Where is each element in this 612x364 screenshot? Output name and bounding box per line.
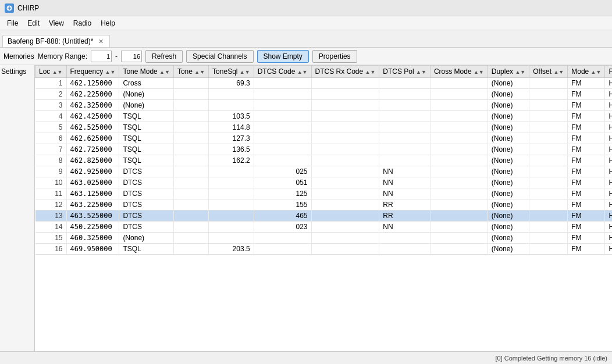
range-separator: - <box>115 52 118 60</box>
col-tonesql[interactable]: ToneSql ▲▼ <box>209 66 254 78</box>
col-power[interactable]: Power ▲▼ <box>605 66 612 78</box>
tab-close-button[interactable]: ✕ <box>97 37 105 45</box>
memory-range-label: Memory Range: <box>38 52 87 60</box>
col-tone[interactable]: Tone ▲▼ <box>173 66 208 78</box>
table-row[interactable]: 5462.525000TSQL114.8(None)FMHighS <box>35 122 613 133</box>
table-row[interactable]: 4462.425000TSQL103.5(None)FMHighS <box>35 111 613 122</box>
col-dtcs-rx-code[interactable]: DTCS Rx Code ▲▼ <box>311 66 379 78</box>
table-row[interactable]: 8462.825000TSQL162.2(None)FMHighS <box>35 155 613 166</box>
table-container[interactable]: Loc ▲▼ Frequency ▲▼ Tone Mode ▲▼ Tone ▲▼… <box>35 65 612 351</box>
col-duplex[interactable]: Duplex ▲▼ <box>488 66 529 78</box>
table-header-row: Loc ▲▼ Frequency ▲▼ Tone Mode ▲▼ Tone ▲▼… <box>35 66 613 78</box>
table-body: 1462.125000Cross69.3(None)FMHighS2462.22… <box>35 78 613 255</box>
menu-view[interactable]: View <box>44 18 69 28</box>
table-row[interactable]: 9462.925000DTCS025NN(None)FMHighS <box>35 166 613 177</box>
table-row[interactable]: 1462.125000Cross69.3(None)FMHighS <box>35 78 613 89</box>
status-bar: [0] Completed Getting memory 16 (idle) <box>0 351 612 364</box>
col-offset[interactable]: Offset ▲▼ <box>529 66 568 78</box>
table-row[interactable]: 10463.025000DTCS051NN(None)FMHighS <box>35 177 613 188</box>
table-row[interactable]: 12463.225000DTCS155RR(None)FMHighS <box>35 199 613 210</box>
refresh-button[interactable]: Refresh <box>145 50 183 63</box>
status-message: [0] Completed Getting memory 16 (idle) <box>495 355 607 362</box>
table-row[interactable]: 11463.125000DTCS125NN(None)FMHighS <box>35 188 613 199</box>
menu-bar: File Edit View Radio Help <box>0 16 612 30</box>
main-content: Settings Loc ▲▼ Frequency ▲▼ Tone Mode ▲… <box>0 65 612 351</box>
table-row[interactable]: 13463.525000DTCS465RR(None)FMHighS <box>35 210 613 222</box>
table-row[interactable]: 7462.725000TSQL136.5(None)FMHighS <box>35 144 613 155</box>
document-tab[interactable]: Baofeng BF-888: (Untitled)* ✕ <box>2 35 110 47</box>
memories-label: Memories <box>3 52 34 60</box>
settings-panel: Settings <box>0 65 35 351</box>
menu-file[interactable]: File <box>2 18 23 28</box>
table-row[interactable]: 3462.325000(None)(None)FMHighS <box>35 100 613 111</box>
memory-range-from[interactable] <box>91 51 112 62</box>
tab-bar: Baofeng BF-888: (Untitled)* ✕ <box>0 30 612 48</box>
settings-label: Settings <box>1 67 26 76</box>
col-mode[interactable]: Mode ▲▼ <box>568 66 605 78</box>
title-bar-text: CHIRP <box>17 4 39 12</box>
memory-range-to[interactable] <box>121 51 142 62</box>
col-cross-mode[interactable]: Cross Mode ▲▼ <box>430 66 488 78</box>
col-dtcs-code[interactable]: DTCS Code ▲▼ <box>254 66 311 78</box>
properties-button[interactable]: Properties <box>312 50 357 63</box>
toolbar: Memories Memory Range: - Refresh Special… <box>0 48 612 65</box>
menu-edit[interactable]: Edit <box>23 18 44 28</box>
app-icon <box>5 3 14 13</box>
tab-label: Baofeng BF-888: (Untitled)* <box>8 37 93 45</box>
table-row[interactable]: 15460.325000(None)(None)FMHigh <box>35 233 613 244</box>
col-dtcs-pol[interactable]: DTCS Pol ▲▼ <box>379 66 430 78</box>
col-tone-mode[interactable]: Tone Mode ▲▼ <box>119 66 174 78</box>
menu-radio[interactable]: Radio <box>69 18 96 28</box>
table-row[interactable]: 16469.950000TSQL203.5(None)FMHigh <box>35 244 613 255</box>
special-channels-button[interactable]: Special Channels <box>186 50 253 63</box>
col-frequency[interactable]: Frequency ▲▼ <box>66 66 119 78</box>
table-row[interactable]: 2462.225000(None)(None)FMHighS <box>35 89 613 100</box>
col-loc[interactable]: Loc ▲▼ <box>35 66 67 78</box>
show-empty-button[interactable]: Show Empty <box>257 50 309 63</box>
table-row[interactable]: 6462.625000TSQL127.3(None)FMHighS <box>35 133 613 144</box>
title-bar: CHIRP <box>0 0 612 16</box>
menu-help[interactable]: Help <box>96 18 120 28</box>
table-row[interactable]: 14450.225000DTCS023NN(None)FMHighS <box>35 222 613 233</box>
memory-table: Loc ▲▼ Frequency ▲▼ Tone Mode ▲▼ Tone ▲▼… <box>35 65 612 255</box>
